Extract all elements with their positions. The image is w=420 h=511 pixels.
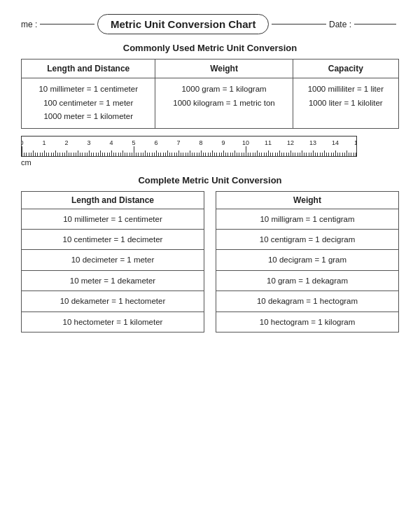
ruler-subtick: [31, 153, 31, 156]
length-cell: 10 millimeter = 1 centimeter100 centimet…: [22, 78, 155, 129]
ruler-subtick: [346, 150, 347, 156]
ruler-subtick: [293, 153, 293, 156]
ruler-subtick: [57, 153, 58, 156]
col-capacity: Capacity: [293, 59, 398, 78]
cm-label: cm: [21, 158, 399, 167]
ruler-subtick: [48, 153, 49, 156]
ruler-subtick: [138, 153, 139, 156]
ruler-subtick: [82, 153, 83, 156]
ruler-subtick: [55, 150, 56, 156]
length-row: 1000 meter = 1 kilometer: [27, 110, 149, 124]
date-value-underline: [354, 24, 396, 24]
ruler-subtick: [174, 153, 175, 156]
ruler-subtick: [115, 153, 116, 156]
ruler-subtick: [259, 153, 260, 156]
ruler-container: 0123456789101112131415 cm: [21, 136, 399, 167]
complete-weight-table: Weight 10 milligram = 1 centigram10 cent…: [216, 191, 399, 332]
ruler-subtick: [100, 150, 101, 156]
ruler-subtick: [344, 153, 345, 156]
ruler-subtick: [149, 153, 150, 156]
ruler-label: 8: [199, 139, 202, 146]
complete-length-table: Length and Distance 10 millimeter = 1 ce…: [21, 191, 204, 332]
ruler-label: 15: [354, 139, 357, 146]
header-row: me : Metric Unit Conversion Chart Date :: [21, 14, 399, 34]
date-underline: [272, 24, 326, 24]
ruler-subtick: [324, 150, 325, 156]
ruler-subtick: [93, 153, 94, 156]
ruler-label: 5: [132, 139, 135, 146]
ruler-subtick: [181, 153, 181, 156]
ruler: 0123456789101112131415: [21, 136, 357, 157]
ruler-subtick: [234, 150, 235, 156]
ruler-subtick: [264, 153, 265, 156]
ruler-subtick: [85, 153, 85, 156]
table-row: 10 centimeter = 1 decimeter: [22, 230, 204, 250]
ruler-subtick: [225, 153, 226, 156]
ruler-subtick: [266, 153, 267, 156]
ruler-subtick: [239, 153, 239, 156]
date-label: Date :: [329, 20, 351, 29]
ruler-subtick: [331, 153, 332, 156]
table-row: 10 decimeter = 1 meter: [22, 250, 204, 270]
ruler-tick: [178, 150, 179, 156]
ruler-tick: [44, 150, 45, 156]
ruler-subtick: [322, 153, 323, 156]
ruler-subtick: [87, 153, 88, 156]
table-row: 10 millimeter = 1 centimeter: [22, 209, 204, 229]
complete-length-row: 10 meter = 1 dekameter: [22, 270, 204, 290]
ruler-subtick: [349, 153, 349, 156]
ruler-subtick: [76, 153, 76, 156]
ruler-subtick: [326, 153, 327, 156]
complete-weight-row: 10 decigram = 1 gram: [216, 250, 399, 270]
ruler-subtick: [192, 153, 192, 156]
length-row: 100 centimeter = 1 meter: [27, 97, 149, 111]
ruler-subtick: [104, 153, 105, 156]
ruler-subtick: [152, 153, 153, 156]
ruler-subtick: [118, 153, 119, 156]
ruler-subtick: [37, 153, 38, 156]
ruler-subtick: [163, 153, 164, 156]
ruler-subtick: [203, 153, 204, 156]
ruler-subtick: [210, 153, 211, 156]
ruler-label: 7: [176, 139, 180, 146]
complete-weight-row: 10 hectogram = 1 kilogram: [216, 312, 399, 332]
ruler-tick: [156, 150, 157, 156]
ruler-subtick: [188, 153, 188, 156]
page-title: Metric Unit Conversion Chart: [97, 14, 270, 34]
ruler-subtick: [169, 153, 170, 156]
ruler-subtick: [248, 153, 248, 156]
ruler-subtick: [298, 153, 298, 156]
ruler-subtick: [91, 153, 92, 156]
ruler-label: 1: [42, 139, 46, 146]
ruler-subtick: [33, 150, 34, 156]
ruler-subtick: [227, 153, 228, 156]
ruler-subtick: [127, 153, 127, 156]
ruler-subtick: [145, 150, 146, 156]
complete-length-row: 10 millimeter = 1 centimeter: [22, 209, 204, 229]
ruler-subtick: [26, 153, 27, 156]
ruler-subtick: [295, 153, 295, 156]
ruler-subtick: [300, 153, 300, 156]
ruler-subtick: [154, 153, 155, 156]
ruler-subtick: [197, 153, 197, 156]
ruler-subtick: [107, 153, 108, 156]
table-row: 10 hectometer = 1 kilometer: [22, 312, 204, 332]
ruler-subtick: [59, 153, 60, 156]
ruler-subtick: [333, 153, 334, 156]
table-row: 10 dekagram = 1 hectogram: [216, 291, 399, 312]
ruler-subtick: [230, 153, 231, 156]
complete-tables: Length and Distance 10 millimeter = 1 ce…: [21, 191, 399, 332]
ruler-subtick: [328, 153, 329, 156]
ruler-subtick: [281, 153, 282, 156]
ruler-subtick: [250, 153, 251, 156]
ruler-subtick: [309, 153, 309, 156]
ruler-subtick: [351, 153, 351, 156]
ruler-subtick: [199, 153, 200, 156]
table-row: 10 gram = 1 dekagram: [216, 270, 399, 290]
ruler-subtick: [219, 153, 220, 156]
ruler-subtick: [132, 153, 132, 156]
ruler-subtick: [98, 153, 99, 156]
ruler-subtick: [35, 153, 36, 156]
complete-weight-row: 10 gram = 1 dekagram: [216, 270, 399, 290]
table-row: 10 milligram = 1 centigram: [216, 209, 399, 229]
